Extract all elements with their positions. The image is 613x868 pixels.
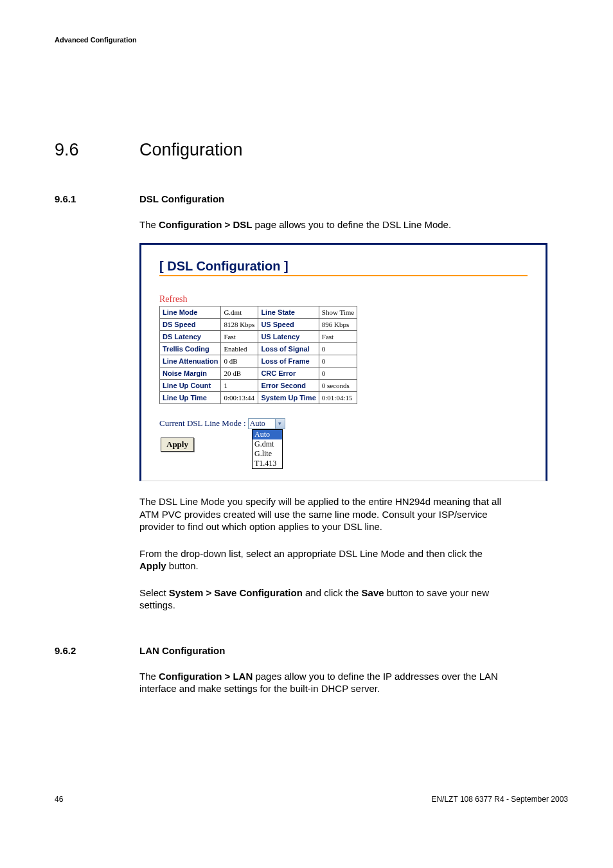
- table-header-cell: Error Second: [258, 379, 319, 391]
- table-row: Line Up Count1Error Second0 seconds: [160, 379, 357, 391]
- table-header-cell: US Latency: [258, 330, 319, 342]
- body-paragraph: Select System > Save Configuration and c…: [139, 587, 506, 612]
- table-header-cell: US Speed: [258, 318, 319, 330]
- chevron-down-icon[interactable]: ▾: [275, 419, 285, 429]
- subsection-title: LAN Configuration: [139, 645, 225, 656]
- body-paragraph: From the drop-down list, select an appro…: [139, 547, 506, 572]
- table-value-cell: Show Time: [319, 306, 357, 318]
- table-value-cell: 896 Kbps: [319, 318, 357, 330]
- table-header-cell: Noise Margin: [160, 367, 221, 379]
- table-value-cell: Fast: [319, 330, 357, 342]
- table-header-cell: System Up Time: [258, 391, 319, 403]
- table-value-cell: 0: [319, 355, 357, 367]
- panel-divider: [159, 275, 528, 276]
- table-row: Line ModeG.dmtLine StateShow Time: [160, 306, 357, 318]
- table-header-cell: DS Latency: [160, 330, 221, 342]
- table-header-cell: Trellis Coding: [160, 342, 221, 355]
- body-paragraph: The DSL Line Mode you specify will be ap…: [139, 495, 506, 533]
- panel-title: [ DSL Configuration ]: [159, 259, 528, 274]
- line-mode-label: Current DSL Line Mode :: [159, 418, 246, 428]
- table-row: Noise Margin20 dBCRC Error0: [160, 367, 357, 379]
- section-title: Configuration: [139, 140, 243, 160]
- apply-button[interactable]: Apply: [161, 438, 194, 452]
- table-value-cell: 0: [319, 342, 357, 355]
- intro-paragraph: The Configuration > DSL page allows you …: [139, 218, 506, 231]
- table-value-cell: 0:01:04:15: [319, 391, 357, 403]
- subsection-title: DSL Configuration: [139, 193, 224, 204]
- table-value-cell: Fast: [221, 330, 258, 342]
- line-mode-row: Current DSL Line Mode : Auto ▾: [159, 418, 528, 430]
- dsl-status-table: Line ModeG.dmtLine StateShow TimeDS Spee…: [159, 306, 357, 404]
- page-number: 46: [55, 795, 63, 804]
- table-value-cell: Enabled: [221, 342, 258, 355]
- screenshot-dsl-config: [ DSL Configuration ] Refresh Line ModeG…: [139, 243, 547, 482]
- table-header-cell: Line Up Time: [160, 391, 221, 403]
- line-mode-selected: Auto: [250, 419, 265, 428]
- table-value-cell: 1: [221, 379, 258, 391]
- section-number: 9.6: [55, 140, 139, 160]
- table-header-cell: Loss of Signal: [258, 342, 319, 355]
- table-value-cell: 0: [319, 367, 357, 379]
- table-value-cell: G.dmt: [221, 306, 258, 318]
- dropdown-option[interactable]: G.dmt: [253, 439, 282, 449]
- intro-paragraph: The Configuration > LAN pages allow you …: [139, 670, 506, 695]
- doc-id: EN/LZT 108 6377 R4 - September 2003: [431, 795, 568, 804]
- table-value-cell: 0:00:13:44: [221, 391, 258, 403]
- line-mode-dropdown[interactable]: AutoG.dmtG.liteT1.413: [252, 429, 283, 469]
- table-value-cell: 8128 Kbps: [221, 318, 258, 330]
- line-mode-select[interactable]: Auto ▾: [248, 418, 285, 429]
- dropdown-option[interactable]: T1.413: [253, 459, 282, 468]
- running-header: Advanced Configuration: [55, 36, 568, 44]
- table-header-cell: DS Speed: [160, 318, 221, 330]
- subsection-number: 9.6.2: [55, 645, 139, 656]
- dropdown-option[interactable]: Auto: [253, 430, 282, 439]
- refresh-link[interactable]: Refresh: [159, 294, 188, 305]
- table-header-cell: CRC Error: [258, 367, 319, 379]
- table-row: Trellis CodingEnabledLoss of Signal0: [160, 342, 357, 355]
- table-value-cell: 20 dB: [221, 367, 258, 379]
- table-header-cell: Line State: [258, 306, 319, 318]
- table-row: Line Up Time0:00:13:44System Up Time0:01…: [160, 391, 357, 403]
- dropdown-option[interactable]: G.lite: [253, 449, 282, 459]
- subsection-number: 9.6.1: [55, 193, 139, 204]
- table-row: Line Attenuation0 dBLoss of Frame0: [160, 355, 357, 367]
- table-header-cell: Line Up Count: [160, 379, 221, 391]
- table-value-cell: 0 dB: [221, 355, 258, 367]
- table-row: DS LatencyFastUS LatencyFast: [160, 330, 357, 342]
- table-header-cell: Line Attenuation: [160, 355, 221, 367]
- table-header-cell: Line Mode: [160, 306, 221, 318]
- table-value-cell: 0 seconds: [319, 379, 357, 391]
- table-header-cell: Loss of Frame: [258, 355, 319, 367]
- table-row: DS Speed8128 KbpsUS Speed896 Kbps: [160, 318, 357, 330]
